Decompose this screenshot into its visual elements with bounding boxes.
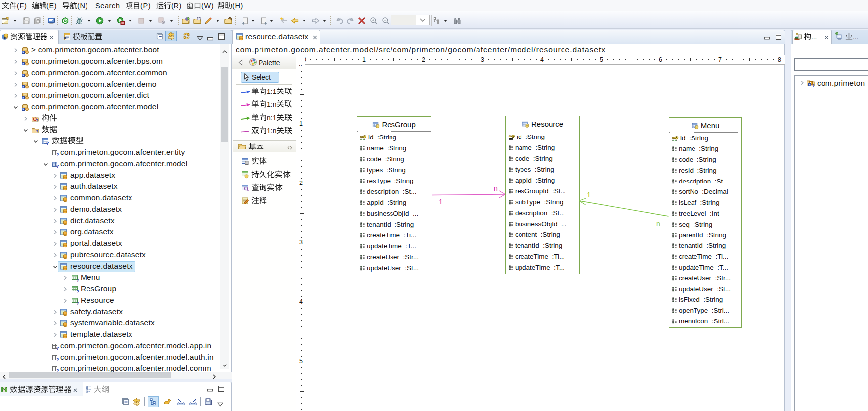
svg-text:1: 1 [587,191,591,199]
svg-text:n: n [494,184,498,192]
svg-text:?: ? [812,83,815,87]
svg-text:1: 1 [439,198,443,206]
svg-text:n: n [656,220,660,228]
